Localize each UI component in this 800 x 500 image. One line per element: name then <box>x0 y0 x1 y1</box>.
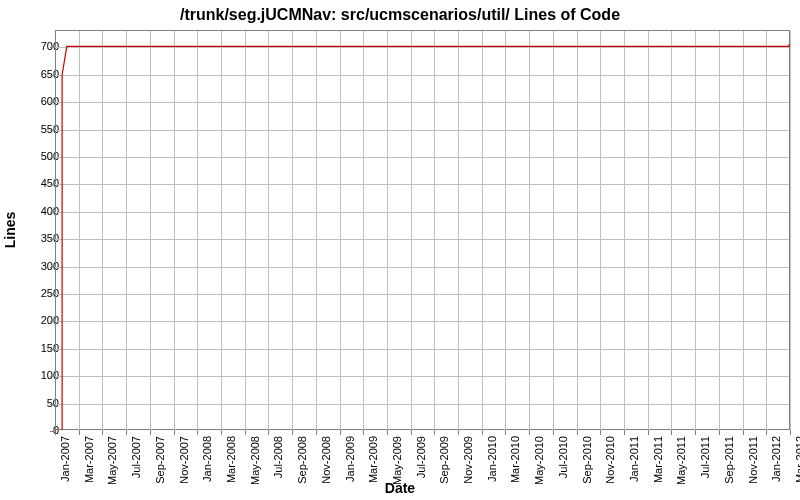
y-tick-label: 350 <box>19 232 59 244</box>
x-tick-label: Jan-2008 <box>201 436 213 482</box>
y-tick-label: 650 <box>19 68 59 80</box>
x-tick-label: Mar-2007 <box>83 436 95 483</box>
x-tick <box>126 430 127 435</box>
y-tick-label: 450 <box>19 177 59 189</box>
x-tick <box>174 430 175 435</box>
x-tick <box>790 430 791 435</box>
x-tick-label: Nov-2011 <box>747 436 759 484</box>
y-tick-label: 550 <box>19 123 59 135</box>
y-tick-label: 500 <box>19 150 59 162</box>
x-tick-label: May-2010 <box>533 436 545 485</box>
y-tick-label: 50 <box>19 397 59 409</box>
x-tick <box>434 430 435 435</box>
x-tick <box>292 430 293 435</box>
x-tick <box>600 430 601 435</box>
x-tick <box>268 430 269 435</box>
x-tick-label: Mar-2008 <box>225 436 237 483</box>
x-tick <box>648 430 649 435</box>
y-tick-label: 0 <box>19 424 59 436</box>
x-tick <box>695 430 696 435</box>
x-tick-label: Mar-2012 <box>794 436 800 483</box>
x-tick-label: May-2009 <box>391 436 403 485</box>
data-series <box>55 31 789 430</box>
x-tick <box>458 430 459 435</box>
x-tick <box>482 430 483 435</box>
x-tick <box>577 430 578 435</box>
y-tick-label: 300 <box>19 260 59 272</box>
y-tick-label: 400 <box>19 205 59 217</box>
y-tick-label: 600 <box>19 95 59 107</box>
x-tick <box>221 430 222 435</box>
x-tick-label: May-2007 <box>106 436 118 485</box>
x-tick-label: Sep-2009 <box>438 436 450 484</box>
x-tick-label: Jul-2007 <box>130 436 142 478</box>
x-tick-label: Jul-2010 <box>557 436 569 478</box>
x-tick <box>743 430 744 435</box>
x-tick-label: Jan-2012 <box>770 436 782 482</box>
x-tick-label: Jul-2009 <box>415 436 427 478</box>
x-tick <box>553 430 554 435</box>
chart-title: /trunk/seg.jUCMNav: src/ucmscenarios/uti… <box>0 6 800 24</box>
x-tick <box>197 430 198 435</box>
chart-container: /trunk/seg.jUCMNav: src/ucmscenarios/uti… <box>0 0 800 500</box>
x-tick-label: Jul-2008 <box>272 436 284 478</box>
x-tick <box>102 430 103 435</box>
x-tick-label: Sep-2011 <box>723 436 735 484</box>
series-line <box>62 44 789 430</box>
x-tick-label: May-2011 <box>675 436 687 485</box>
x-tick <box>316 430 317 435</box>
x-tick <box>245 430 246 435</box>
x-tick <box>340 430 341 435</box>
x-tick-label: Jan-2011 <box>628 436 640 482</box>
x-tick-label: Jan-2010 <box>486 436 498 482</box>
y-tick-label: 200 <box>19 314 59 326</box>
x-tick <box>411 430 412 435</box>
y-axis-label-wrap: Lines <box>0 30 20 430</box>
x-tick <box>671 430 672 435</box>
x-tick-label: Sep-2010 <box>581 436 593 484</box>
y-tick-label: 700 <box>19 40 59 52</box>
x-tick-label: Jan-2009 <box>344 436 356 482</box>
x-tick <box>529 430 530 435</box>
x-tick-label: Nov-2009 <box>462 436 474 484</box>
x-tick <box>387 430 388 435</box>
x-tick-label: Sep-2007 <box>154 436 166 484</box>
x-tick <box>55 430 56 435</box>
y-tick-label: 150 <box>19 342 59 354</box>
x-tick <box>624 430 625 435</box>
x-tick-label: May-2008 <box>249 436 261 485</box>
x-tick <box>150 430 151 435</box>
x-tick <box>719 430 720 435</box>
x-tick-label: Mar-2010 <box>509 436 521 483</box>
x-tick-label: Mar-2011 <box>652 436 664 483</box>
x-tick-label: Nov-2010 <box>604 436 616 484</box>
x-tick <box>79 430 80 435</box>
y-tick-label: 100 <box>19 369 59 381</box>
gridline <box>790 31 791 430</box>
x-tick <box>363 430 364 435</box>
x-tick-label: Jan-2007 <box>59 436 71 482</box>
y-tick-label: 250 <box>19 287 59 299</box>
x-tick-label: Mar-2009 <box>367 436 379 483</box>
x-tick-label: Nov-2008 <box>320 436 332 484</box>
x-tick-label: Jul-2011 <box>699 436 711 478</box>
x-tick-label: Sep-2008 <box>296 436 308 484</box>
x-tick <box>505 430 506 435</box>
x-tick <box>766 430 767 435</box>
y-axis-label: Lines <box>2 212 18 249</box>
plot-area <box>55 30 790 430</box>
x-tick-label: Nov-2007 <box>178 436 190 484</box>
